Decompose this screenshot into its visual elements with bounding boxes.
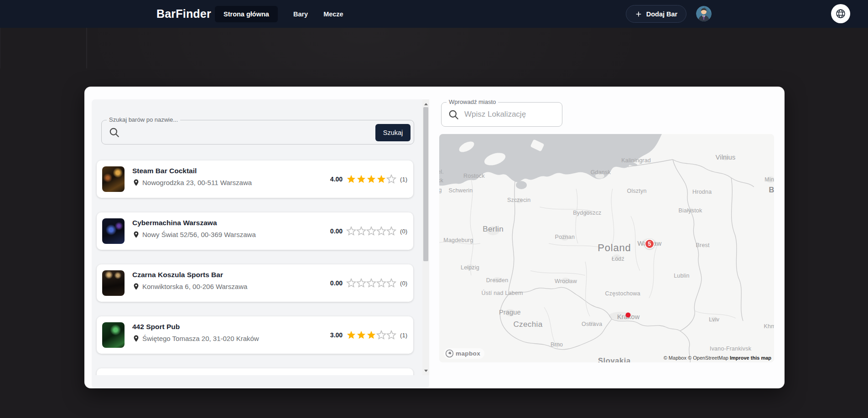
- bar-address-row: Nowy Świat 52/56, 00-369 Warszawa: [132, 231, 256, 238]
- nav-item-bary[interactable]: Bary: [293, 10, 308, 18]
- search-icon: [109, 127, 120, 139]
- map-place-label: Brest: [696, 242, 710, 248]
- map-place-label: Brno: [551, 341, 563, 348]
- bar-list-item[interactable]: Cybermachina Warszawa Nowy Świat 52/56, …: [97, 212, 413, 250]
- bar-list-viewport: Szukaj barów po nazwie... Szukaj Steam B…: [92, 99, 422, 375]
- language-globe-button[interactable]: [831, 4, 850, 23]
- map-place-label: Khme: [764, 323, 774, 330]
- nav-item-strona-glowna[interactable]: Strona główna: [215, 6, 278, 22]
- map-place-label: Poznan: [555, 234, 575, 240]
- star-filled-icon: [366, 174, 376, 184]
- map-place-label: Lublin: [674, 273, 690, 279]
- bar-address-row: Świętego Tomasza 20, 31-020 Kraków: [132, 335, 259, 342]
- star-empty-icon: [386, 226, 396, 236]
- search-icon: [448, 109, 460, 121]
- map-place-label: Schwerin: [448, 187, 473, 194]
- map-place-label: Kaliningrad: [621, 157, 651, 164]
- star-empty-icon: [356, 226, 366, 236]
- list-scrollbar[interactable]: [422, 99, 429, 375]
- rating-value: 0.00: [330, 227, 343, 235]
- map-place-label: Magdeburg: [443, 237, 473, 243]
- map-place-label: B: [769, 186, 774, 194]
- avatar-person-icon: [696, 6, 712, 21]
- bar-list-item[interactable]: 442 Sport Pub Świętego Tomasza 20, 31-02…: [97, 316, 413, 354]
- star-empty-icon: [376, 278, 386, 288]
- star-empty-icon: [386, 278, 396, 288]
- osm-attrib-link[interactable]: © OpenStreetMap: [688, 355, 730, 361]
- star-filled-icon: [356, 330, 366, 340]
- plus-icon: [635, 10, 642, 18]
- map-place-label: Berlin: [483, 225, 504, 234]
- search-button[interactable]: Szukaj: [375, 124, 411, 141]
- bar-list-item[interactable]: Steam Bar Cocktail Nowogrodzka 23, 00-51…: [97, 160, 413, 198]
- map-place-label: Częstochowa: [605, 290, 640, 297]
- star-filled-icon: [356, 174, 366, 184]
- city-search-field: Wprowadź miasto: [441, 102, 562, 127]
- star-empty-icon: [386, 174, 396, 184]
- map-place-label: Vilnius: [716, 154, 736, 161]
- bar-rating: 0.00 (0): [330, 212, 407, 250]
- map-place-label: Szczecin: [507, 197, 531, 203]
- map-place-label: Leipzig: [461, 264, 479, 271]
- city-search-input[interactable]: [464, 103, 556, 126]
- star-filled-icon: [366, 330, 376, 340]
- map-place-label: el.: [439, 169, 444, 175]
- rating-count: (0): [400, 280, 407, 287]
- map-labels-layer: el.LübeckRostockSchweringSzczecinGdanskK…: [439, 134, 774, 362]
- map-place-label: Białystok: [679, 207, 702, 214]
- bar-thumbnail: [102, 166, 125, 192]
- map-place-label: Slovakia: [598, 356, 631, 362]
- nav-links: Strona główna Bary Mecze: [215, 0, 343, 28]
- bar-address-row: Konwiktorska 6, 00-206 Warszawa: [132, 283, 247, 290]
- map-place-label: Min: [764, 176, 774, 183]
- map-cluster-marker[interactable]: 5: [645, 239, 655, 249]
- map[interactable]: el.LübeckRostockSchweringSzczecinGdanskK…: [439, 134, 774, 362]
- bar-list-item-partial[interactable]: [97, 368, 413, 375]
- bar-name: Czarna Koszula Sports Bar: [132, 271, 223, 279]
- location-pin-icon: [132, 231, 140, 238]
- bar-thumbnail: [102, 218, 125, 244]
- map-point-marker[interactable]: [625, 312, 630, 317]
- map-place-label: Hrodna: [692, 189, 712, 195]
- rating-value: 0.00: [330, 279, 343, 287]
- star-filled-icon: [346, 174, 356, 184]
- bar-search-input[interactable]: [125, 121, 307, 144]
- map-place-label: Bydgoszcz: [573, 210, 601, 216]
- nav-item-mecze[interactable]: Mecze: [323, 10, 343, 18]
- mapbox-attrib-link[interactable]: © Mapbox: [664, 355, 688, 361]
- map-place-label: Lübeck: [439, 177, 443, 184]
- map-attribution: © Mapbox © OpenStreetMap Improve this ma…: [664, 355, 771, 361]
- location-pin-icon: [132, 283, 140, 290]
- star-empty-icon: [376, 226, 386, 236]
- location-pin-icon: [132, 179, 140, 186]
- scrollbar-up-arrow[interactable]: [422, 100, 429, 108]
- map-place-label: Ivano-Frankivsk: [710, 346, 751, 352]
- mapbox-logo-text: mapbox: [456, 350, 480, 357]
- bar-address: Nowy Świat 52/56, 00-369 Warszawa: [142, 231, 256, 238]
- map-place-label: Lithuania: [687, 134, 723, 136]
- user-avatar[interactable]: [696, 6, 712, 21]
- bar-search-field: Szukaj barów po nazwie... Szukaj: [101, 120, 414, 144]
- map-place-label: Prague: [499, 309, 521, 316]
- map-place-label: Łódź: [612, 256, 624, 262]
- improve-map-link[interactable]: Improve this map: [730, 355, 771, 361]
- bar-list-item[interactable]: Czarna Koszula Sports Bar Konwiktorska 6…: [97, 264, 413, 302]
- rating-value: 4.00: [330, 175, 343, 183]
- scrollbar-thumb[interactable]: [423, 107, 428, 261]
- add-bar-button[interactable]: Dodaj Bar: [626, 5, 686, 23]
- star-filled-icon: [376, 174, 386, 184]
- main-card: Szukaj barów po nazwie... Szukaj Steam B…: [84, 87, 785, 388]
- bar-address: Konwiktorska 6, 00-206 Warszawa: [142, 283, 247, 290]
- rating-stars: [346, 278, 396, 288]
- mapbox-logo[interactable]: mapbox: [444, 348, 484, 359]
- star-empty-icon: [366, 226, 376, 236]
- scrollbar-down-arrow[interactable]: [422, 367, 429, 374]
- bar-rating: 4.00 (1): [330, 160, 407, 198]
- brand-logo[interactable]: BarFinder: [156, 0, 211, 28]
- map-place-label: Wrocław: [555, 278, 577, 284]
- rating-stars: [346, 226, 396, 236]
- page: { "nav": { "brand": "BarFinder", "items"…: [0, 0, 868, 418]
- map-place-label: g: [439, 187, 442, 193]
- add-bar-label: Dodaj Bar: [646, 10, 678, 18]
- bar-thumbnail: [102, 322, 125, 348]
